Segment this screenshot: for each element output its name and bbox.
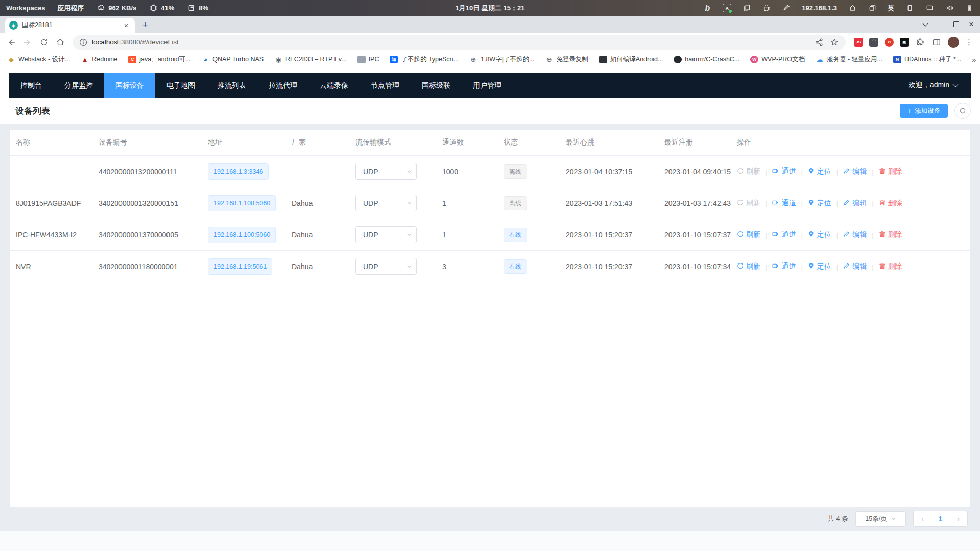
- nav-item-4[interactable]: 电子地图: [155, 73, 206, 98]
- tab-search-chevron-icon[interactable]: [919, 18, 932, 31]
- window-minimize-button[interactable]: [934, 18, 947, 31]
- row-channel-action[interactable]: 通道: [772, 199, 796, 208]
- row-refresh-action[interactable]: 刷新: [737, 230, 760, 239]
- nav-item-9[interactable]: 国标级联: [411, 73, 462, 98]
- row-channel-action[interactable]: 通道: [772, 167, 796, 176]
- screenshot-extension-icon[interactable]: ▣: [900, 38, 909, 47]
- phonelink-icon[interactable]: [905, 4, 914, 13]
- nav-item-10[interactable]: 用户管理: [462, 73, 513, 98]
- next-page-button[interactable]: ›: [949, 515, 967, 523]
- bookmark-star-icon[interactable]: [829, 37, 840, 47]
- stream-mode-select[interactable]: UDP: [355, 195, 417, 211]
- add-device-button[interactable]: +添加设备: [900, 104, 948, 118]
- page-size-select[interactable]: 15条/页: [855, 511, 906, 527]
- applications-button[interactable]: 应用程序: [57, 4, 84, 13]
- screenshot-tool-icon[interactable]: A: [723, 4, 731, 12]
- row-delete-action[interactable]: 删除: [879, 199, 902, 208]
- device-row-4: NVR34020000001180000001192.168.1.19:5061…: [10, 251, 970, 282]
- forward-button[interactable]: [20, 35, 35, 50]
- stream-mode-select[interactable]: UDP: [355, 258, 417, 275]
- row-delete-action[interactable]: 删除: [879, 230, 902, 239]
- adblock-extension-icon[interactable]: ⊘: [885, 38, 894, 47]
- row-edit-action[interactable]: 编辑: [843, 262, 867, 271]
- bookmark-item[interactable]: ☁服务器 - 轻量应用...: [816, 55, 882, 64]
- site-info-icon[interactable]: [79, 38, 88, 47]
- bookmark-item[interactable]: ◆Webstack - 设计...: [7, 55, 70, 64]
- extensions-puzzle-icon[interactable]: [915, 35, 925, 50]
- prev-page-button[interactable]: ‹: [914, 515, 931, 523]
- row-edit-action[interactable]: 编辑: [843, 230, 867, 239]
- nav-item-5[interactable]: 推流列表: [206, 73, 257, 98]
- nav-item-8[interactable]: 节点管理: [360, 73, 411, 98]
- bookmark-item[interactable]: ▲Redmine: [81, 55, 117, 63]
- home-button[interactable]: [53, 35, 67, 50]
- welcome-user[interactable]: 欢迎，admin: [909, 81, 949, 90]
- bookmark-item[interactable]: 知了不起的 TypeScri...: [390, 55, 459, 64]
- nav-item-1[interactable]: 控制台: [9, 73, 53, 98]
- bookmark-item[interactable]: IPC: [357, 56, 379, 63]
- user-menu-chevron-icon[interactable]: [952, 81, 958, 87]
- stream-mode-select[interactable]: UDP: [355, 226, 417, 243]
- row-refresh-action[interactable]: 刷新: [737, 199, 760, 208]
- bing-tray-icon[interactable]: b: [703, 4, 712, 13]
- row-delete-action[interactable]: 删除: [879, 262, 902, 271]
- profile-avatar[interactable]: [948, 37, 959, 48]
- side-panel-icon[interactable]: [931, 35, 942, 50]
- js-extension-icon[interactable]: JS: [854, 38, 863, 47]
- clipboard-copy-icon[interactable]: [742, 4, 751, 13]
- input-language-indicator[interactable]: 英: [888, 4, 894, 13]
- page-number-1[interactable]: 1: [931, 515, 949, 523]
- bookmark-item[interactable]: ⊕免登录复制: [545, 55, 588, 64]
- row-delete-action[interactable]: 删除: [879, 167, 902, 176]
- browser-menu-icon[interactable]: ⋮: [965, 38, 973, 47]
- nav-item-3[interactable]: 国标设备: [104, 73, 155, 98]
- row-channel-action[interactable]: 通道: [772, 262, 796, 271]
- bookmark-item[interactable]: NHDAtmos :: 种子 *...: [893, 55, 961, 64]
- proxy-extension-icon[interactable]: ⌒: [869, 38, 878, 47]
- row-edit-action[interactable]: 编辑: [843, 199, 867, 208]
- coffee-cup-icon[interactable]: [762, 4, 771, 13]
- share-icon[interactable]: [814, 37, 824, 47]
- row-channel-action[interactable]: 通道: [772, 230, 796, 239]
- back-button[interactable]: [4, 35, 18, 50]
- bookmark-item[interactable]: WWVP-PRO文档: [750, 55, 805, 64]
- tab-close-icon[interactable]: ×: [122, 21, 131, 30]
- stream-mode-select[interactable]: UDP: [355, 163, 417, 180]
- bookmark-label: Webstack - 设计...: [18, 55, 70, 64]
- reload-button[interactable]: [37, 35, 51, 50]
- nav-item-7[interactable]: 云端录像: [308, 73, 360, 98]
- row-refresh-action[interactable]: 刷新: [737, 262, 760, 271]
- workspace-switcher-icon[interactable]: [868, 4, 877, 13]
- bookmark-item[interactable]: ⊕1.8W字|了不起的...: [469, 55, 534, 64]
- refresh-list-button[interactable]: [954, 103, 971, 119]
- color-picker-icon[interactable]: [782, 4, 791, 13]
- window-close-button[interactable]: ×: [965, 18, 978, 31]
- table-header-row: 名称 设备编号 地址 厂家 流传输模式 通道数 状态 最近心跳 最近注册 操作: [10, 130, 970, 156]
- nav-item-6[interactable]: 拉流代理: [257, 73, 308, 98]
- bookmark-item[interactable]: ◕QNAP Turbo NAS: [201, 55, 264, 63]
- address-bar[interactable]: localhost:38080/#/deviceList: [73, 35, 846, 50]
- workspaces-button[interactable]: Workspaces: [6, 4, 45, 12]
- new-tab-button[interactable]: +: [138, 18, 152, 32]
- bookmarks-overflow-icon[interactable]: »: [972, 55, 976, 64]
- row-locate-action[interactable]: 定位: [808, 230, 831, 239]
- nav-item-2[interactable]: 分屏监控: [53, 73, 104, 98]
- row-locate-action[interactable]: 定位: [808, 167, 831, 176]
- row-locate-action[interactable]: 定位: [808, 199, 831, 208]
- volume-icon[interactable]: [945, 4, 954, 13]
- tray-ip-address[interactable]: 192.168.1.3: [802, 4, 837, 12]
- bookmark-item[interactable]: hairrrrr/C-CrashC...: [674, 56, 739, 63]
- clock-date[interactable]: 1月10日 星期二 15：21: [456, 4, 525, 13]
- battery-icon[interactable]: [965, 4, 974, 13]
- browser-tab[interactable]: ◈ 国标28181 ×: [5, 18, 135, 33]
- bookmark-item[interactable]: ◉RFC2833 – RTP Ev...: [274, 55, 347, 63]
- bookmark-item[interactable]: Cjava、android可...: [128, 55, 190, 64]
- row-refresh-action[interactable]: 刷新: [737, 167, 760, 176]
- home-tray-icon[interactable]: [848, 4, 857, 13]
- display-icon[interactable]: [925, 4, 934, 13]
- window-restore-button[interactable]: [949, 18, 963, 31]
- row-locate-action[interactable]: 定位: [808, 262, 831, 271]
- row-edit-action[interactable]: 编辑: [843, 167, 867, 176]
- bookmark-item[interactable]: 如何编译Android...: [599, 55, 663, 64]
- cell-heartbeat: 2023-01-10 15:20:37: [560, 251, 658, 282]
